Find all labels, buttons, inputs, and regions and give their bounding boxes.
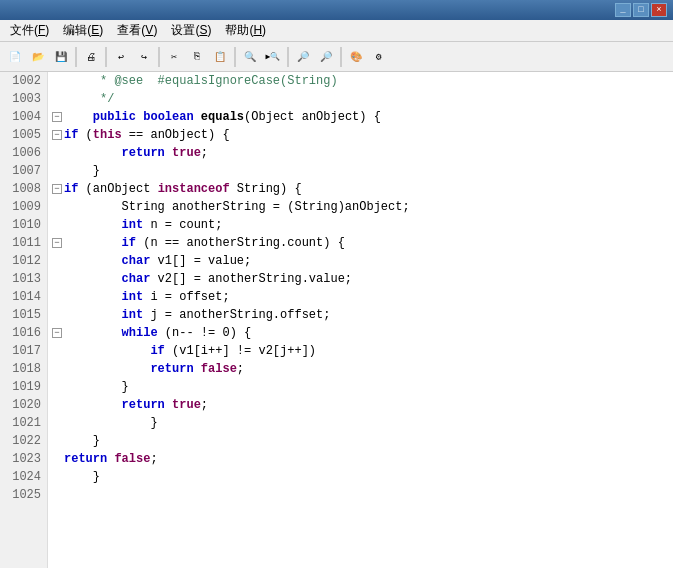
plain-token: == anObject) { [122, 128, 230, 142]
kw-token: return [122, 146, 165, 160]
plain-token [64, 344, 150, 358]
plain-token: } [64, 434, 100, 448]
maximize-button[interactable]: □ [633, 3, 649, 17]
kw-token: while [122, 326, 158, 340]
menu-edit[interactable]: 编辑(E) [57, 20, 109, 41]
plain-token [165, 398, 172, 412]
line-number: 1015 [0, 306, 47, 324]
new-button[interactable]: 📄 [4, 46, 26, 68]
line-number: 1016 [0, 324, 47, 342]
copy-button[interactable]: ⎘ [186, 46, 208, 68]
plain-token: j = anotherString.offset; [143, 308, 330, 322]
line-number: 1025 [0, 486, 47, 504]
menu-settings[interactable]: 设置(S) [165, 20, 217, 41]
comment-token: */ [64, 92, 114, 106]
redo-button[interactable]: ↪ [133, 46, 155, 68]
plain-token [64, 236, 122, 250]
plain-token: String anotherString = (String)anObject; [64, 200, 410, 214]
fold-icon[interactable]: − [52, 130, 62, 140]
code-area[interactable]: * @see #equalsIgnoreCase(String) */− pub… [48, 72, 673, 568]
code-line: } [52, 432, 669, 450]
fold-icon[interactable]: − [52, 238, 62, 248]
plain-token [194, 362, 201, 376]
menu-view[interactable]: 查看(V) [111, 20, 163, 41]
code-line [52, 486, 669, 504]
kw-token: return [150, 362, 193, 376]
kw2-token: false [114, 452, 150, 466]
plain-token: (v1[i++] != v2[j++]) [165, 344, 316, 358]
toolbar-sep-5 [287, 47, 289, 67]
kw-token: return [122, 398, 165, 412]
line-number: 1003 [0, 90, 47, 108]
plain-token [165, 146, 172, 160]
line-number: 1017 [0, 342, 47, 360]
plain-token: } [64, 470, 100, 484]
minimize-button[interactable]: _ [615, 3, 631, 17]
plain-token [64, 362, 150, 376]
menu-file[interactable]: 文件(F) [4, 20, 55, 41]
kw2-token: instanceof [158, 182, 230, 196]
print-button[interactable]: 🖨 [80, 46, 102, 68]
settings2-button[interactable]: ⚙ [368, 46, 390, 68]
fold-icon[interactable]: − [52, 112, 62, 122]
plain-token [64, 326, 122, 340]
open-button[interactable]: 📂 [27, 46, 49, 68]
line-number: 1022 [0, 432, 47, 450]
line-number: 1012 [0, 252, 47, 270]
scheme-button[interactable]: 🎨 [345, 46, 367, 68]
code-line: return true; [52, 396, 669, 414]
kw2-token: false [201, 362, 237, 376]
plain-token: v1[] = value; [150, 254, 251, 268]
line-number: 1008 [0, 180, 47, 198]
title-controls: _ □ × [615, 3, 667, 17]
line-number: 1014 [0, 288, 47, 306]
plain-token: ( [78, 128, 92, 142]
menu-bar: 文件(F) 编辑(E) 查看(V) 设置(S) 帮助(H) [0, 20, 673, 42]
paste-button[interactable]: 📋 [209, 46, 231, 68]
close-button[interactable]: × [651, 3, 667, 17]
code-line: return false; [52, 450, 669, 468]
line-number: 1024 [0, 468, 47, 486]
plain-token: i = offset; [143, 290, 229, 304]
plain-token: } [64, 164, 100, 178]
menu-help[interactable]: 帮助(H) [219, 20, 272, 41]
kw2-token: true [172, 398, 201, 412]
kw2-token: true [172, 146, 201, 160]
line-number: 1019 [0, 378, 47, 396]
code-line: − if (n == anotherString.count) { [52, 234, 669, 252]
plain-token [64, 218, 122, 232]
undo-button[interactable]: ↩ [110, 46, 132, 68]
find-button[interactable]: 🔍 [239, 46, 261, 68]
plain-token [107, 452, 114, 466]
code-line: −if (anObject instanceof String) { [52, 180, 669, 198]
toolbar-sep-4 [234, 47, 236, 67]
fold-icon[interactable]: − [52, 328, 62, 338]
editor: 1002100310041005100610071008100910101011… [0, 72, 673, 568]
plain-token: n = count; [143, 218, 222, 232]
code-line: char v1[] = value; [52, 252, 669, 270]
line-number: 1009 [0, 198, 47, 216]
kw-token: char [122, 254, 151, 268]
title-bar: _ □ × [0, 0, 673, 20]
line-number: 1011 [0, 234, 47, 252]
cut-button[interactable]: ✂ [163, 46, 185, 68]
line-number: 1023 [0, 450, 47, 468]
zoomin-button[interactable]: 🔎 [292, 46, 314, 68]
toolbar-sep-3 [158, 47, 160, 67]
code-line: } [52, 162, 669, 180]
code-line: int i = offset; [52, 288, 669, 306]
zoomout-button[interactable]: 🔎 [315, 46, 337, 68]
plain-token [194, 110, 201, 124]
code-line: return false; [52, 360, 669, 378]
kw-token: int [122, 308, 144, 322]
code-line: − public boolean equals(Object anObject)… [52, 108, 669, 126]
code-line: String anotherString = (String)anObject; [52, 198, 669, 216]
findnext-button[interactable]: ▶🔍 [262, 46, 284, 68]
save-button[interactable]: 💾 [50, 46, 72, 68]
line-number: 1004 [0, 108, 47, 126]
fold-icon[interactable]: − [52, 184, 62, 194]
plain-token [64, 146, 122, 160]
plain-token: ; [150, 452, 157, 466]
plain-token: ; [201, 398, 208, 412]
plain-token: ; [237, 362, 244, 376]
